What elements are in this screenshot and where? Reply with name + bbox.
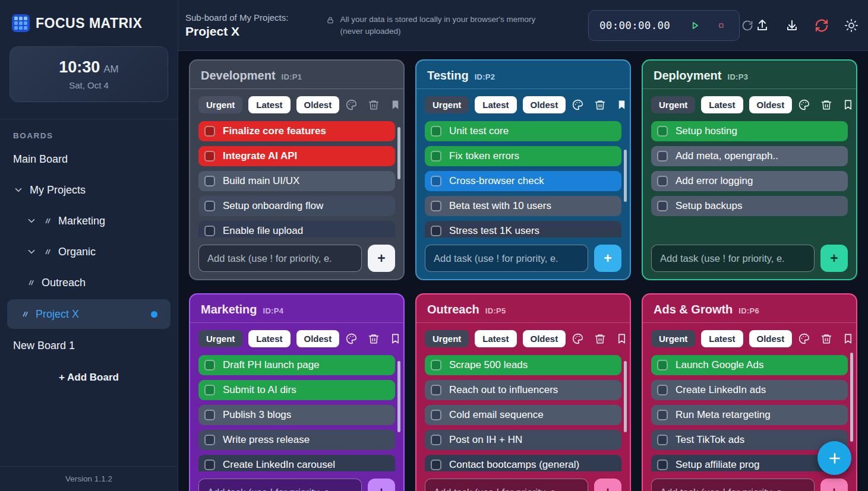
task-row[interactable]: Reach out to influencers xyxy=(425,380,621,400)
task-row[interactable]: Test TikTok ads xyxy=(651,430,848,450)
chevron-down-icon[interactable] xyxy=(13,185,24,195)
bookmark-button[interactable] xyxy=(616,333,627,344)
floating-add-button[interactable] xyxy=(818,441,851,475)
task-row[interactable]: Setup hosting xyxy=(651,121,848,141)
task-checkbox[interactable] xyxy=(657,151,668,161)
filter-oldest-button[interactable]: Oldest xyxy=(296,330,340,347)
filter-urgent-button[interactable]: Urgent xyxy=(651,330,695,347)
timer-stop-button[interactable] xyxy=(716,20,727,31)
add-task-input[interactable] xyxy=(651,245,815,272)
task-checkbox[interactable] xyxy=(657,435,668,445)
task-checkbox[interactable] xyxy=(431,410,441,420)
filter-urgent-button[interactable]: Urgent xyxy=(425,330,469,347)
timer-play-button[interactable] xyxy=(689,20,701,31)
bookmark-button[interactable] xyxy=(842,333,854,344)
task-row[interactable]: Submit to AI dirs xyxy=(198,380,395,400)
chevron-down-icon[interactable] xyxy=(26,216,37,226)
task-row[interactable]: Unit test core xyxy=(425,121,621,141)
task-checkbox[interactable] xyxy=(204,201,215,211)
task-checkbox[interactable] xyxy=(204,151,215,161)
task-checkbox[interactable] xyxy=(657,460,668,470)
task-list-scrollbar[interactable] xyxy=(624,150,627,202)
task-row[interactable]: Finalize core features xyxy=(198,121,395,141)
bookmark-button[interactable] xyxy=(842,99,854,110)
filter-oldest-button[interactable]: Oldest xyxy=(749,330,793,347)
add-task-button[interactable]: + xyxy=(368,479,395,491)
task-row[interactable]: Draft PH launch page xyxy=(198,355,395,375)
task-checkbox[interactable] xyxy=(431,176,441,186)
add-task-input[interactable] xyxy=(651,479,815,491)
task-row[interactable]: Build main UI/UX xyxy=(198,171,395,191)
delete-board-button[interactable] xyxy=(594,333,606,345)
task-checkbox[interactable] xyxy=(204,410,215,420)
task-row[interactable]: Cold email sequence xyxy=(425,405,621,425)
delete-board-button[interactable] xyxy=(820,99,832,111)
filter-latest-button[interactable]: Latest xyxy=(248,330,290,347)
filter-latest-button[interactable]: Latest xyxy=(248,96,290,113)
filter-latest-button[interactable]: Latest xyxy=(475,330,516,347)
filter-latest-button[interactable]: Latest xyxy=(701,96,743,113)
task-list-scrollbar[interactable] xyxy=(397,361,400,432)
add-task-button[interactable]: + xyxy=(820,245,848,272)
task-row[interactable]: Write press release xyxy=(198,430,395,450)
task-checkbox[interactable] xyxy=(657,201,668,211)
chevron-down-icon[interactable] xyxy=(26,246,37,257)
sidebar-item-my-projects[interactable]: My Projects xyxy=(0,175,178,205)
filter-oldest-button[interactable]: Oldest xyxy=(523,96,566,113)
delete-board-button[interactable] xyxy=(594,99,606,111)
export-button[interactable] xyxy=(755,18,769,33)
palette-button[interactable] xyxy=(572,332,584,345)
task-row[interactable]: Beta test with 10 users xyxy=(425,196,621,216)
palette-button[interactable] xyxy=(798,332,810,345)
palette-button[interactable] xyxy=(572,99,584,111)
task-list-scrollbar[interactable] xyxy=(850,353,853,442)
task-row[interactable]: Add error logging xyxy=(651,171,848,191)
task-checkbox[interactable] xyxy=(657,410,668,420)
task-row[interactable]: Scrape 500 leads xyxy=(425,355,621,375)
bookmark-button[interactable] xyxy=(390,333,401,344)
bookmark-button[interactable] xyxy=(616,99,627,110)
bookmark-button[interactable] xyxy=(390,99,401,110)
task-row[interactable]: Launch Google Ads xyxy=(651,355,848,375)
task-checkbox[interactable] xyxy=(431,201,441,211)
task-row[interactable]: Enable file upload xyxy=(198,221,395,237)
task-list-scrollbar[interactable] xyxy=(397,127,400,179)
filter-latest-button[interactable]: Latest xyxy=(701,330,743,347)
filter-oldest-button[interactable]: Oldest xyxy=(296,96,340,113)
sidebar-item-organic[interactable]: Organic xyxy=(0,236,178,267)
filter-latest-button[interactable]: Latest xyxy=(475,96,516,113)
add-task-input[interactable] xyxy=(425,479,588,491)
filter-urgent-button[interactable]: Urgent xyxy=(425,96,469,113)
add-task-button[interactable]: + xyxy=(594,245,621,272)
task-checkbox[interactable] xyxy=(204,360,215,370)
sidebar-item-new-board-1[interactable]: New Board 1 xyxy=(0,330,178,361)
task-row[interactable]: Publish 3 blogs xyxy=(198,405,395,425)
import-button[interactable] xyxy=(785,18,799,33)
task-checkbox[interactable] xyxy=(657,126,668,137)
task-row[interactable]: Cross-browser check xyxy=(425,171,621,191)
add-task-button[interactable]: + xyxy=(368,245,395,272)
task-checkbox[interactable] xyxy=(431,385,441,395)
task-checkbox[interactable] xyxy=(431,360,441,370)
task-checkbox[interactable] xyxy=(431,126,441,137)
task-row[interactable]: Integrate AI API xyxy=(198,146,395,166)
add-board-button[interactable]: + Add Board xyxy=(0,361,178,394)
task-checkbox[interactable] xyxy=(204,176,215,186)
task-checkbox[interactable] xyxy=(431,435,441,445)
add-task-input[interactable] xyxy=(425,245,588,272)
delete-board-button[interactable] xyxy=(368,99,380,111)
task-row[interactable]: Add meta, opengraph.. xyxy=(651,146,848,166)
delete-board-button[interactable] xyxy=(368,333,380,345)
theme-toggle-button[interactable] xyxy=(844,18,858,33)
filter-urgent-button[interactable]: Urgent xyxy=(198,330,242,347)
add-task-button[interactable]: + xyxy=(594,479,621,491)
task-row[interactable]: Create LinkedIn carousel xyxy=(198,455,395,471)
task-row[interactable]: Create LinkedIn ads xyxy=(651,380,848,400)
add-task-button[interactable]: + xyxy=(820,479,848,491)
task-checkbox[interactable] xyxy=(204,460,215,470)
sidebar-item-marketing[interactable]: Marketing xyxy=(0,205,178,236)
task-checkbox[interactable] xyxy=(431,460,441,470)
task-checkbox[interactable] xyxy=(204,385,215,395)
task-checkbox[interactable] xyxy=(431,226,441,236)
task-checkbox[interactable] xyxy=(204,435,215,445)
